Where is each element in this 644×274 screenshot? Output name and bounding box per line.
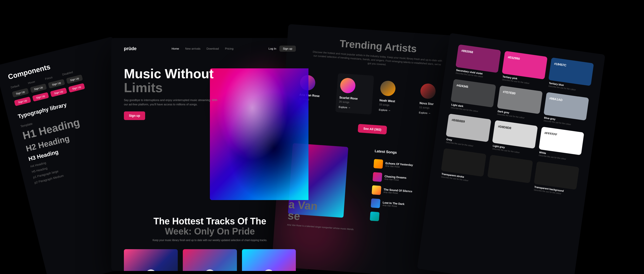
swatch-code: [447, 153, 482, 158]
hero-title-line2: Limits: [124, 80, 163, 95]
section-title-line1: The Hottest Tracks Of The: [153, 216, 266, 226]
nav-home[interactable]: Home: [172, 47, 179, 50]
sample-button[interactable]: Sign Up: [48, 79, 65, 89]
auth-controls: Log In Sign up: [269, 46, 296, 52]
song-thumb: [373, 159, 383, 169]
swatch-code: #424345: [456, 84, 492, 92]
hero-cta-button[interactable]: Sign up: [124, 111, 145, 120]
logo[interactable]: prûde: [124, 46, 137, 51]
featured-artist-name: a Van se: [287, 199, 363, 226]
section-sub: Keep your music library fresh and up to …: [124, 239, 296, 242]
swatch-container: #892068Secondary vivid violetDescribe th…: [440, 44, 594, 197]
hero-text: Say goodbye to interruptions and enjoy u…: [124, 98, 220, 106]
song-thumb: [372, 185, 381, 195]
play-icon[interactable]: [264, 269, 274, 271]
artist-avatar: [380, 80, 396, 96]
variant-label: Focus: [45, 74, 60, 80]
hero-title: Music Without Limits: [124, 67, 296, 94]
track-card[interactable]: SENSE ON: [124, 249, 178, 271]
sample-button-primary[interactable]: Sign Up: [50, 88, 67, 97]
main-site-panel: prûde Home New arrivals Download Pricing…: [111, 38, 308, 271]
sample-button[interactable]: Sign Up: [30, 84, 47, 93]
site-header: prûde Home New arrivals Download Pricing…: [124, 46, 296, 52]
swatch-code: #18457C: [554, 62, 590, 71]
swatch-code: [540, 166, 575, 171]
variant-label: Hover: [28, 78, 43, 85]
section-title-line2: Week: Only On Pride: [165, 226, 255, 237]
latest-title: Latest Songs: [374, 149, 397, 154]
variant-label: Disabled: [62, 69, 77, 76]
nav-new-arrivals[interactable]: New arrivals: [185, 47, 201, 50]
explore-link[interactable]: Explore →: [339, 106, 369, 110]
artist-card[interactable]: Noah West 33 songs Explore →: [375, 76, 414, 118]
signup-button[interactable]: Sign up: [279, 46, 296, 52]
swatch-code: #892068: [461, 49, 497, 57]
sample-button-primary[interactable]: Sign Up: [14, 96, 31, 106]
section-title: The Hottest Tracks Of The Week: Only On …: [124, 216, 296, 236]
track-art: FEEL THE BEATS: [183, 249, 237, 271]
track-card[interactable]: FEEL THE BEATS Feel The Beats Aurora Dia…: [183, 249, 237, 271]
swatch-code: #E52990: [507, 55, 543, 64]
explore-link[interactable]: Explore →: [379, 108, 409, 113]
color-palette-panel: #892068Secondary vivid violetDescribe th…: [417, 33, 605, 274]
swatch-code: #D8D8D8: [498, 125, 534, 133]
artist-card[interactable]: Scarlet Rose 25 songs Explore →: [335, 73, 374, 115]
hero-section: Music Without Limits Say goodbye to inte…: [124, 67, 296, 120]
track-art: RMT: [242, 249, 296, 271]
track-card[interactable]: RMT: [242, 249, 296, 271]
swatch-code: [494, 159, 529, 164]
variant-label: Default: [10, 82, 26, 89]
nav-pricing[interactable]: Pricing: [225, 47, 234, 50]
song-thumb: [372, 172, 382, 182]
see-all-button[interactable]: See All (382): [358, 124, 387, 134]
sample-button[interactable]: Sign Up: [66, 74, 83, 84]
login-link[interactable]: Log In: [269, 47, 276, 50]
swatch-code: #FFFFFF: [544, 131, 580, 140]
sample-button-primary[interactable]: Sign Up: [32, 92, 49, 102]
track-art: SENSE ON: [124, 249, 178, 271]
swatch-code: #98A1AD: [549, 96, 585, 105]
main-nav: Home New arrivals Download Pricing: [172, 47, 233, 50]
play-icon[interactable]: [205, 269, 215, 271]
hottest-tracks-section: The Hottest Tracks Of The Week: Only On …: [124, 216, 296, 271]
sample-button[interactable]: Sign Up: [12, 88, 29, 97]
artists-grid: Aria Van Rose 31 songs Scarlet Rose 25 s…: [295, 70, 454, 120]
artist-avatar: [420, 83, 436, 99]
sample-button-primary[interactable]: Sign Up: [68, 83, 85, 93]
hero-title-line1: Music Without: [124, 66, 214, 81]
song-thumb: [370, 211, 380, 221]
artist-avatar: [340, 77, 356, 94]
song-thumb: [371, 198, 380, 208]
swatch-code: #7D7E80: [503, 90, 539, 99]
tracks-grid: SENSE ON FEEL THE BEATS Feel The Beats A…: [124, 249, 296, 271]
swatch-code: #B8B8B9: [451, 118, 487, 127]
nav-download[interactable]: Download: [207, 47, 219, 50]
play-icon[interactable]: [146, 269, 156, 271]
